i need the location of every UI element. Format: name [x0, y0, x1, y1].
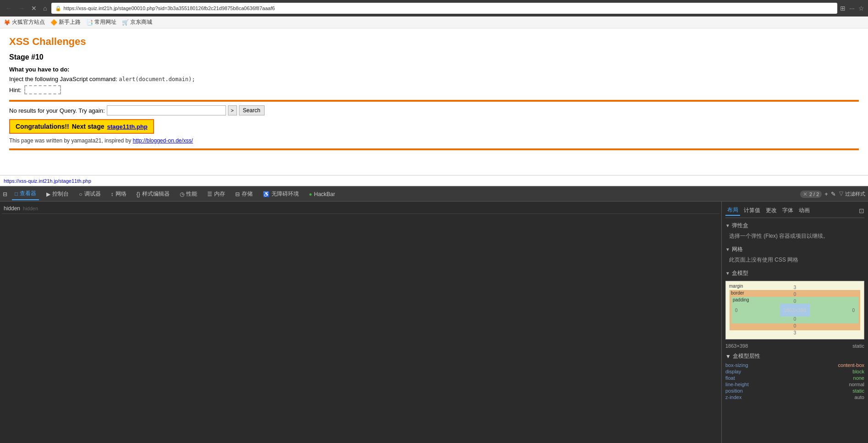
bm-margin-top: 3: [730, 285, 860, 290]
page-title: XSS Challenges: [9, 36, 859, 48]
memory-icon: ☰: [207, 191, 212, 197]
devtools-close-icon[interactable]: ⊟: [3, 191, 7, 197]
status-bar: https://xss-quiz.int21h.jp/stage11th.php: [0, 175, 868, 186]
devtools-main: hidden hidden 布局 计算值 更改 字体 动画 ⊡ ▼ 弹性盒: [0, 202, 868, 443]
bm-border-layer: border 0 padding 0 0 1863×398: [730, 290, 860, 330]
reload-button[interactable]: ✕: [29, 4, 39, 13]
grid-arrow-icon: ▼: [725, 247, 730, 252]
flex-arrow-icon: ▼: [725, 223, 730, 228]
bm-margin-bottom: 3: [730, 330, 860, 335]
devtools-tab-memory[interactable]: ☰ 内存: [205, 188, 228, 200]
status-url: https://xss-quiz.int21h.jp/stage11th.php: [4, 178, 91, 184]
devtools-toolbar-right: ✕ 2 / 2 + ✎ ▽ 过滤样式: [800, 191, 865, 198]
right-tab-animations[interactable]: 动画: [797, 206, 812, 215]
bm-content-box: 1863×398: [780, 304, 810, 317]
devtools-tab-hackbar[interactable]: ● HackBar: [306, 189, 338, 199]
network-icon: ↕: [111, 191, 114, 197]
footer-credit: This page was written by yamagata21, ins…: [9, 137, 859, 144]
devtools-left-panel: hidden hidden: [0, 202, 721, 443]
devtools-right-panel: 布局 计算值 更改 字体 动画 ⊡ ▼ 弹性盒 选择一个弹性 (Flex) 容器…: [721, 202, 868, 443]
search-row: No results for your Query. Try again: > …: [9, 105, 859, 115]
prop-row-float: float none: [725, 375, 864, 381]
hackbar-dot-icon: ●: [309, 191, 312, 197]
devtools-tab-network[interactable]: ↕ 网络: [108, 188, 129, 200]
storage-icon: ⊟: [235, 191, 240, 197]
box-model-section-header[interactable]: ▼ 盒模型: [725, 269, 864, 277]
style-editor-icon: {}: [137, 191, 140, 197]
bm-border-bottom: 0: [731, 323, 858, 328]
devtools-tab-inspector[interactable]: □ 查看器: [12, 188, 39, 200]
box-model-props-section: ▼ 盒模型层性 box-sizing content-box display b…: [725, 352, 864, 400]
search-arrow-button[interactable]: >: [228, 105, 237, 115]
search-input[interactable]: [107, 105, 226, 115]
bm-padding-bottom: 0: [733, 317, 857, 322]
devtools-right-tabs: 布局 计算值 更改 字体 动画 ⊡: [725, 205, 864, 218]
congrats-text: Congratulations!!: [16, 123, 69, 130]
task-description: Inject the following JavaScript command:…: [9, 76, 859, 82]
bookmark-star-icon[interactable]: ☆: [858, 5, 864, 12]
footer-link[interactable]: http://blogged-on.de/xss/: [133, 137, 193, 144]
prop-row-position: position static: [725, 388, 864, 394]
right-tab-layout[interactable]: 布局: [725, 205, 740, 216]
back-button[interactable]: ←: [4, 4, 14, 13]
devtools-tab-debugger[interactable]: ○ 调试器: [76, 188, 103, 200]
bm-padding-top: 0: [733, 299, 857, 304]
forward-button[interactable]: →: [17, 4, 27, 13]
bookmark-newuser[interactable]: 🔶 新手上路: [50, 18, 81, 26]
bookmark-jd[interactable]: 🛒 京东商城: [122, 18, 152, 26]
js-command: alert(document.domain);: [119, 76, 195, 82]
grid-section-header[interactable]: ▼ 网格: [725, 246, 864, 253]
next-stage-link[interactable]: stage11th.php: [107, 123, 147, 130]
devtools-toolbar: ⊟ □ 查看器 ▶ 控制台 ○ 调试器 ↕ 网络 {} 样式编辑器 ◷ 性能 ☰…: [0, 187, 868, 202]
bookmark-common[interactable]: 📑 常用网址: [86, 18, 116, 26]
filter-styles-btn[interactable]: ▽ 过滤样式: [839, 191, 865, 197]
bm-content-size: 1863×398: [784, 307, 806, 313]
search-button[interactable]: Search: [239, 105, 265, 115]
right-tab-changes[interactable]: 更改: [764, 206, 779, 215]
devtools-left-toolbar: hidden hidden: [2, 203, 719, 214]
prop-row-display: display block: [725, 368, 864, 375]
filter-count-badge: ✕ 2 / 2: [800, 191, 822, 198]
home-button[interactable]: ⌂: [41, 4, 49, 13]
bookmark-firefox[interactable]: 🦊 火狐官方站点: [4, 18, 45, 26]
right-tab-fonts[interactable]: 字体: [780, 206, 795, 215]
bm-padding-left: 0: [733, 308, 740, 313]
congrats-banner: Congratulations!! Next stage stage11th.p…: [9, 119, 154, 134]
grid-section: ▼ 网格 此页面上没有使用 CSS 网格: [725, 246, 864, 265]
devtools-undock-icon[interactable]: ⊡: [859, 207, 864, 214]
box-model-arrow-icon: ▼: [725, 271, 730, 276]
add-rule-icon[interactable]: +: [824, 191, 828, 197]
box-model-size-row: 1863×398 static: [725, 343, 864, 349]
more-icon[interactable]: ···: [849, 5, 855, 12]
devtools-panel: ⊟ □ 查看器 ▶ 控制台 ○ 调试器 ↕ 网络 {} 样式编辑器 ◷ 性能 ☰…: [0, 186, 868, 443]
devtools-tab-console[interactable]: ▶ 控制台: [44, 188, 72, 200]
address-bar[interactable]: 🔒 https://xss-quiz.int21h.jp/stage00010.…: [51, 3, 837, 14]
bm-content-row: 0 1863×398 0: [733, 304, 857, 317]
prop-row-line-height: line-height normal: [725, 381, 864, 388]
box-model-props-header[interactable]: ▼ 盒模型层性: [725, 352, 864, 360]
devtools-tab-accessibility[interactable]: ♿ 无障碍环境: [260, 188, 302, 200]
devtools-tab-storage[interactable]: ⊟ 存储: [232, 188, 255, 200]
bm-border-top: 0: [731, 292, 858, 297]
box-model-section: ▼ 盒模型 margin 3 border 0 padding 0: [725, 269, 864, 400]
bm-margin-layer: margin 3 border 0 padding 0 0: [728, 283, 862, 337]
accessibility-icon: ♿: [263, 191, 270, 197]
grid-section-content: 此页面上没有使用 CSS 网格: [725, 255, 864, 265]
props-arrow-icon: ▼: [725, 353, 731, 360]
filter-close-icon[interactable]: ✕: [803, 191, 807, 197]
devtools-left-placeholder: hidden: [23, 206, 38, 211]
performance-icon: ◷: [180, 191, 184, 197]
bm-padding-right: 0: [850, 308, 857, 313]
browser-toolbar-right: ⊞ ··· ☆: [840, 5, 864, 12]
url-text: https://xss-quiz.int21h.jp/stage00010.ph…: [63, 5, 275, 11]
flex-section-header[interactable]: ▼ 弹性盒: [725, 222, 864, 230]
grid-icon[interactable]: ⊞: [840, 5, 846, 12]
right-tab-computed[interactable]: 计算值: [742, 206, 762, 215]
bookmarks-bar: 🦊 火狐官方站点 🔶 新手上路 📑 常用网址 🛒 京东商城: [0, 16, 868, 28]
inspector-icon: □: [15, 191, 18, 197]
devtools-tab-performance[interactable]: ◷ 性能: [177, 188, 200, 200]
devtools-tab-style-editor[interactable]: {} 样式编辑器: [134, 188, 172, 200]
top-orange-bar: [9, 100, 859, 102]
edit-icon[interactable]: ✎: [831, 191, 836, 197]
box-model-diagram: margin 3 border 0 padding 0 0: [725, 281, 864, 339]
